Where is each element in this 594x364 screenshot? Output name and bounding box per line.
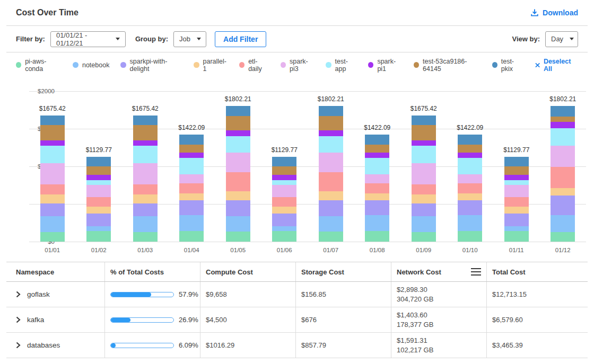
bar-segment-parallel-1[interactable]	[551, 188, 575, 196]
bar-segment-spark-pi3[interactable]	[226, 153, 250, 172]
legend-item-notebook[interactable]: notebook	[73, 61, 109, 69]
bar-segment-spark-pi3[interactable]	[458, 174, 482, 183]
bar-segment-spark-pi3[interactable]	[179, 174, 204, 183]
bar-segment-test-53ca9186-64145[interactable]	[226, 116, 250, 130]
stacked-bar[interactable]	[458, 135, 482, 242]
bar-segment-spark-pi3[interactable]	[40, 163, 65, 184]
stacked-bar[interactable]	[133, 116, 158, 242]
bar-segment-test-app[interactable]	[365, 158, 389, 174]
bar-segment-etl-daily[interactable]	[272, 197, 296, 207]
bar-segment-pi-aws-conda[interactable]	[133, 232, 158, 242]
bar-segment-notebook[interactable]	[551, 215, 575, 233]
bar-segment-parallel-1[interactable]	[365, 193, 389, 200]
bar-segment-sparkpi-with-delight[interactable]	[365, 200, 389, 215]
bar-segment-test-53ca9186-64145[interactable]	[412, 125, 436, 140]
bar-segment-test-app[interactable]	[412, 146, 436, 163]
legend-item-test-53ca9186-64145[interactable]: test-53ca9186-64145	[414, 58, 481, 73]
bar-segment-etl-daily[interactable]	[504, 197, 529, 207]
column-header--of-total-costs[interactable]: % of Total Costs	[104, 262, 200, 281]
bar-segment-test-pkix[interactable]	[551, 106, 575, 117]
bar-segment-spark-pi3[interactable]	[133, 163, 158, 184]
bar-segment-spark-pi3[interactable]	[272, 185, 296, 197]
column-header-compute-cost[interactable]: Compute Cost	[200, 262, 295, 281]
view-by-select[interactable]: Day	[545, 31, 578, 47]
legend-item-test-pkix[interactable]: test-pkix	[492, 58, 524, 73]
expand-row-button[interactable]	[16, 291, 21, 298]
bar-segment-spark-pi3[interactable]	[319, 153, 343, 172]
bar-segment-notebook[interactable]	[504, 226, 529, 230]
bar-segment-etl-daily[interactable]	[40, 184, 65, 194]
bar-segment-parallel-1[interactable]	[504, 207, 529, 213]
bar-segment-test-app[interactable]	[40, 146, 65, 163]
bar-segment-test-53ca9186-64145[interactable]	[551, 117, 575, 122]
bar-segment-notebook[interactable]	[179, 215, 204, 231]
group-by-select[interactable]: Job	[173, 31, 206, 47]
bar-segment-test-53ca9186-64145[interactable]	[319, 116, 343, 130]
bar-segment-sparkpi-with-delight[interactable]	[551, 196, 575, 215]
bar-segment-parallel-1[interactable]	[86, 207, 111, 213]
stacked-bar[interactable]	[551, 106, 575, 242]
bar-segment-sparkpi-with-delight[interactable]	[86, 214, 111, 227]
bar-segment-etl-daily[interactable]	[86, 197, 111, 207]
bar-segment-spark-pi1[interactable]	[179, 153, 204, 158]
bar-segment-test-app[interactable]	[86, 180, 111, 185]
bar-segment-test-53ca9186-64145[interactable]	[86, 166, 111, 174]
bar-segment-sparkpi-with-delight[interactable]	[319, 200, 343, 216]
bar-segment-test-53ca9186-64145[interactable]	[504, 166, 529, 174]
bar-segment-spark-pi1[interactable]	[133, 140, 158, 146]
bar-segment-test-pkix[interactable]	[412, 116, 436, 125]
bar-segment-parallel-1[interactable]	[40, 194, 65, 203]
bar-segment-etl-daily[interactable]	[365, 183, 389, 193]
bar-segment-spark-pi3[interactable]	[86, 185, 111, 197]
bar-segment-etl-daily[interactable]	[458, 183, 482, 193]
bar-segment-pi-aws-conda[interactable]	[272, 231, 296, 242]
bar-segment-pi-aws-conda[interactable]	[504, 231, 529, 242]
column-menu-icon[interactable]	[471, 268, 481, 276]
bar-segment-test-pkix[interactable]	[504, 157, 529, 167]
bar-segment-etl-daily[interactable]	[551, 167, 575, 188]
bar-segment-pi-aws-conda[interactable]	[226, 232, 250, 242]
bar-segment-notebook[interactable]	[133, 216, 158, 232]
bar-segment-parallel-1[interactable]	[179, 193, 204, 200]
bar-segment-spark-pi1[interactable]	[458, 153, 482, 158]
bar-segment-spark-pi3[interactable]	[412, 163, 436, 184]
bar-segment-pi-aws-conda[interactable]	[179, 231, 204, 242]
deselect-all-button[interactable]: Deselect All	[535, 58, 578, 73]
bar-segment-test-pkix[interactable]	[226, 106, 250, 116]
bar-segment-parallel-1[interactable]	[272, 207, 296, 213]
stacked-bar[interactable]	[412, 116, 436, 242]
bar-segment-notebook[interactable]	[40, 216, 65, 232]
bar-segment-etl-daily[interactable]	[179, 183, 204, 193]
bar-segment-spark-pi1[interactable]	[504, 175, 529, 181]
bar-segment-pi-aws-conda[interactable]	[412, 232, 436, 242]
bar-segment-etl-daily[interactable]	[133, 184, 158, 194]
stacked-bar[interactable]	[40, 116, 65, 242]
bar-segment-pi-aws-conda[interactable]	[40, 232, 65, 242]
bar-segment-parallel-1[interactable]	[319, 191, 343, 200]
bar-segment-test-pkix[interactable]	[40, 116, 65, 125]
bar-segment-spark-pi1[interactable]	[551, 122, 575, 128]
bar-segment-test-53ca9186-64145[interactable]	[40, 125, 65, 140]
add-filter-button[interactable]: Add Filter	[215, 31, 266, 47]
download-button[interactable]: Download	[530, 8, 578, 17]
column-header-storage-cost[interactable]: Storage Cost	[295, 262, 391, 281]
legend-item-spark-pi3[interactable]: spark-pi3	[281, 58, 315, 73]
bar-segment-sparkpi-with-delight[interactable]	[412, 203, 436, 216]
bar-segment-notebook[interactable]	[365, 215, 389, 231]
expand-row-button[interactable]	[16, 316, 21, 323]
bar-segment-test-pkix[interactable]	[458, 135, 482, 145]
bar-segment-notebook[interactable]	[458, 215, 482, 231]
bar-segment-test-53ca9186-64145[interactable]	[179, 145, 204, 153]
bar-segment-pi-aws-conda[interactable]	[319, 232, 343, 242]
stacked-bar[interactable]	[365, 135, 389, 242]
bar-segment-test-53ca9186-64145[interactable]	[272, 166, 296, 174]
bar-segment-spark-pi1[interactable]	[412, 140, 436, 146]
bar-segment-test-pkix[interactable]	[179, 135, 204, 145]
legend-item-sparkpi-with-delight[interactable]: sparkpi-with-delight	[120, 58, 182, 73]
bar-segment-spark-pi3[interactable]	[365, 174, 389, 183]
stacked-bar[interactable]	[319, 106, 343, 242]
bar-segment-spark-pi1[interactable]	[40, 140, 65, 146]
column-header-total-cost[interactable]: Total Cost	[486, 262, 588, 281]
bar-segment-test-53ca9186-64145[interactable]	[365, 145, 389, 153]
legend-item-pi-aws-conda[interactable]: pi-aws-conda	[16, 58, 62, 73]
